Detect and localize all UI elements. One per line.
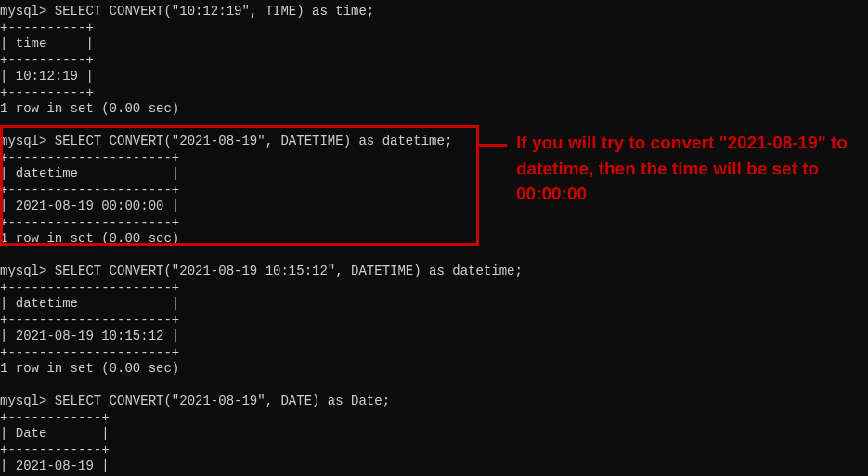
table-separator: +------------+: [0, 410, 110, 425]
terminal-output: mysql> SELECT CONVERT("10:12:19", TIME) …: [0, 4, 868, 476]
prompt: mysql> SELECT CONVERT("2021-08-19", DATE…: [0, 393, 390, 408]
table-row: | 2021-08-19 00:00:00 |: [0, 199, 179, 213]
prompt: mysql> SELECT CONVERT("2021-08-19 10:15:…: [0, 264, 523, 278]
result-footer: 1 row in set (0.00 sec): [0, 231, 179, 246]
prompt: mysql> SELECT CONVERT("10:12:19", TIME) …: [0, 4, 374, 19]
table-row: | 2021-08-19 |: [0, 458, 110, 473]
table-separator: +----------+: [0, 20, 94, 35]
table-separator: +---------------------+: [0, 280, 179, 295]
table-separator: +----------+: [0, 85, 94, 100]
table-separator: +----------+: [0, 53, 94, 68]
table-separator: +---------------------+: [0, 313, 179, 328]
table-row: | 2021-08-19 10:15:12 |: [0, 328, 179, 343]
annotation-connector: [479, 144, 507, 147]
table-header: | datetime |: [0, 166, 179, 181]
table-separator: +------------+: [0, 443, 110, 457]
table-separator: +---------------------+: [0, 215, 179, 230]
table-row: | 10:12:19 |: [0, 69, 94, 84]
result-footer: 1 row in set (0.00 sec): [0, 361, 179, 376]
table-header: | Date |: [0, 426, 110, 441]
table-separator: +---------------------+: [0, 183, 179, 198]
prompt: mysql> SELECT CONVERT("2021-08-19", DATE…: [0, 134, 452, 148]
table-header: | datetime |: [0, 296, 179, 311]
annotation-text: If you will try to convert "2021-08-19" …: [516, 130, 850, 207]
table-separator: +---------------------+: [0, 150, 179, 165]
table-separator: +---------------------+: [0, 345, 179, 360]
table-header: | time |: [0, 36, 94, 51]
result-footer: 1 row in set (0.00 sec): [0, 101, 179, 116]
